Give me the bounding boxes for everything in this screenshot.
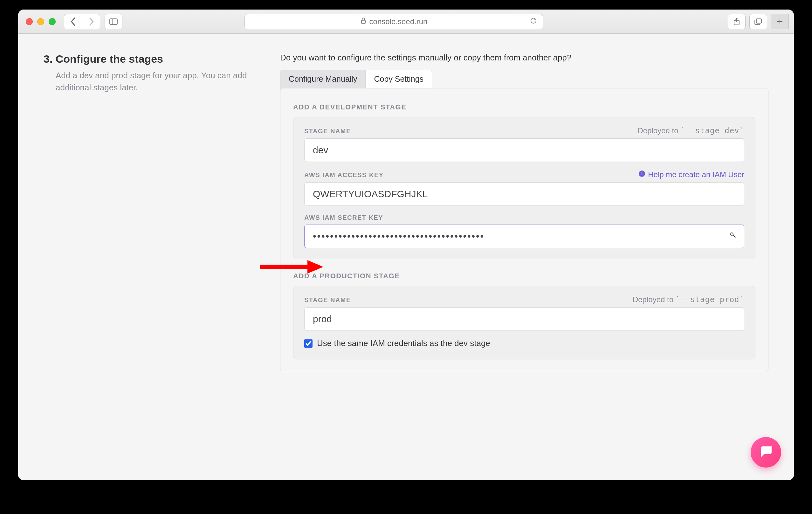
browser-window: console.seed.run 3. Configure the stages… <box>18 9 794 480</box>
svg-rect-0 <box>110 19 117 25</box>
page-content: 3. Configure the stages Add a dev and pr… <box>18 34 794 480</box>
address-bar[interactable]: console.seed.run <box>244 14 543 29</box>
svg-rect-2 <box>361 20 365 24</box>
maximize-window-icon[interactable] <box>49 18 56 25</box>
window-controls <box>23 18 59 25</box>
dev-section-title: ADD A DEVELOPMENT STAGE <box>293 103 755 111</box>
iam-help-link[interactable]: i Help me create an IAM User <box>638 170 744 179</box>
dev-secret-key-label: AWS IAM SECRET KEY <box>304 214 383 221</box>
config-tabs: Configure Manually Copy Settings <box>280 70 768 88</box>
tabs-button[interactable] <box>749 14 767 29</box>
share-button[interactable] <box>728 14 746 29</box>
dev-access-key-input[interactable] <box>304 182 744 206</box>
key-icon[interactable] <box>730 232 737 241</box>
lock-icon <box>360 17 366 26</box>
dev-stage-name-label: STAGE NAME <box>304 127 351 135</box>
forward-button[interactable] <box>82 14 100 29</box>
svg-point-8 <box>731 233 733 235</box>
configure-panel: ADD A DEVELOPMENT STAGE STAGE NAME Deplo… <box>280 88 768 371</box>
dev-access-key-label: AWS IAM ACCESS KEY <box>304 171 384 179</box>
svg-text:i: i <box>641 171 642 176</box>
step-sidebar: 3. Configure the stages Add a dev and pr… <box>44 53 272 480</box>
close-window-icon[interactable] <box>26 18 33 25</box>
prod-stage-name-label: STAGE NAME <box>304 296 351 304</box>
same-iam-checkbox[interactable] <box>304 339 313 348</box>
prod-stage-name-input[interactable] <box>304 307 744 331</box>
nav-buttons <box>64 14 100 29</box>
back-button[interactable] <box>64 14 82 29</box>
dev-stage-name-input[interactable] <box>304 138 744 162</box>
titlebar: console.seed.run <box>18 9 794 34</box>
dev-deployed-to: Deployed to `--stage dev` <box>637 126 744 135</box>
sidebar-toggle-button[interactable] <box>105 14 122 29</box>
prod-section-title: ADD A PRODUCTION STAGE <box>293 272 755 280</box>
chat-icon <box>758 445 774 460</box>
main-panel: Do you want to configure the settings ma… <box>280 53 768 480</box>
step-heading: 3. Configure the stages <box>44 53 272 65</box>
tab-copy-settings[interactable]: Copy Settings <box>366 70 432 88</box>
minimize-window-icon[interactable] <box>37 18 44 25</box>
prod-deployed-to: Deployed to `--stage prod` <box>633 295 744 304</box>
prod-stage-box: STAGE NAME Deployed to `--stage prod` Us… <box>293 286 755 360</box>
svg-rect-5 <box>756 19 761 23</box>
step-description: Add a dev and prod stage for your app. Y… <box>44 70 272 93</box>
config-question: Do you want to configure the settings ma… <box>280 53 768 63</box>
same-iam-checkbox-row[interactable]: Use the same IAM credentials as the dev … <box>304 338 744 348</box>
chat-fab[interactable] <box>751 437 781 467</box>
reload-icon[interactable] <box>530 17 537 26</box>
new-tab-button[interactable] <box>771 14 789 29</box>
info-icon: i <box>638 170 645 179</box>
same-iam-label: Use the same IAM credentials as the dev … <box>317 338 490 348</box>
dev-stage-box: STAGE NAME Deployed to `--stage dev` AWS… <box>293 117 755 259</box>
url-text: console.seed.run <box>370 17 428 26</box>
dev-secret-key-input[interactable] <box>304 225 744 248</box>
tab-configure-manually[interactable]: Configure Manually <box>280 70 366 88</box>
